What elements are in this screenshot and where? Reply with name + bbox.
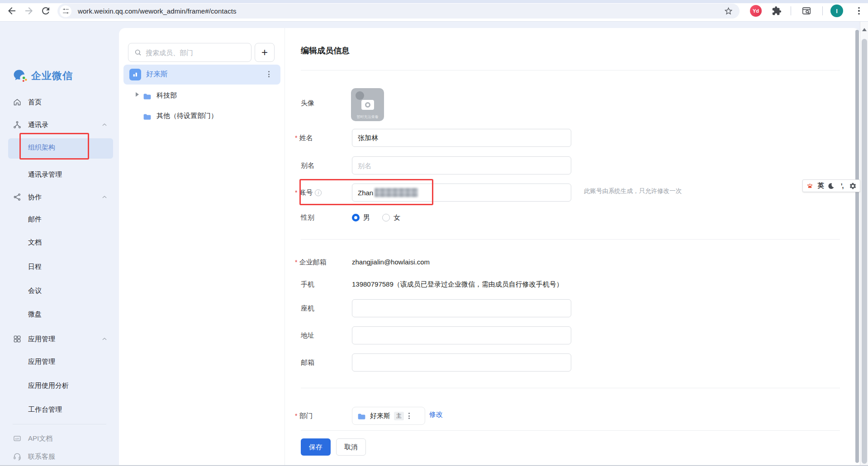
- tree-item-department[interactable]: 科技部: [123, 87, 280, 104]
- ime-settings-gear-icon[interactable]: [848, 181, 857, 190]
- extension-badge-yd[interactable]: Yd: [750, 5, 762, 17]
- cancel-button[interactable]: 取消: [336, 438, 366, 456]
- add-member-button[interactable]: +: [255, 43, 275, 62]
- mobile-label: 手机: [301, 279, 314, 290]
- department-chip[interactable]: 好来斯 主: [352, 407, 425, 425]
- company-icon: [129, 69, 141, 80]
- chevron-up-icon[interactable]: [100, 193, 109, 201]
- search-tabs-icon[interactable]: [802, 6, 811, 16]
- org-chart-icon: [13, 120, 22, 129]
- app-window: work.weixin.qq.com/wework_admin/frame#/c…: [0, 0, 868, 466]
- browser-toolbar: work.weixin.qq.com/wework_admin/frame#/c…: [0, 0, 868, 22]
- ime-language-toggle[interactable]: 英: [816, 181, 825, 190]
- divider: [301, 239, 840, 240]
- caret-right-icon[interactable]: [136, 92, 139, 97]
- ime-punctuation-toggle[interactable]: ’,: [838, 181, 847, 190]
- sidebar-item-mail[interactable]: 邮件: [0, 213, 119, 225]
- avatar-label: 头像: [301, 98, 314, 108]
- personal-email-input[interactable]: [352, 353, 571, 372]
- tree-item-company-root[interactable]: 好来斯: [123, 65, 280, 85]
- sidebar-item-schedule[interactable]: 日程: [0, 261, 119, 273]
- scrollbar-up-arrow[interactable]: [862, 28, 867, 31]
- browser-forward-button[interactable]: [24, 5, 34, 16]
- tree-item-others[interactable]: 其他（待设置部门）: [123, 108, 280, 124]
- department-label: *部门: [295, 410, 313, 421]
- sidebar-item-contacts[interactable]: 通讯录: [0, 119, 119, 131]
- primary-department-badge: 主: [394, 412, 404, 420]
- address-input[interactable]: [352, 326, 571, 344]
- gender-female-radio[interactable]: [382, 214, 390, 221]
- sidebar-item-meeting[interactable]: 会议: [0, 285, 119, 297]
- folder-icon: [142, 91, 152, 99]
- chevron-up-icon[interactable]: [100, 335, 109, 343]
- tree-item-menu-icon[interactable]: [268, 71, 270, 77]
- gender-female-label: 女: [394, 212, 400, 223]
- page-title: 编辑成员信息: [301, 45, 350, 56]
- sidebar-item-app-management-section[interactable]: 应用管理: [0, 333, 119, 345]
- required-asterisk: *: [295, 189, 297, 196]
- site-info-icon[interactable]: [60, 5, 71, 17]
- sidebar-item-app-usage-analytics[interactable]: 应用使用分析: [0, 380, 119, 391]
- account-hint: 此账号由系统生成，只允许修改一次: [584, 187, 682, 195]
- browser-back-button[interactable]: [6, 5, 17, 16]
- search-input[interactable]: [146, 49, 245, 56]
- ime-moon-icon[interactable]: [827, 181, 836, 190]
- extensions-puzzle-icon[interactable]: [772, 6, 782, 16]
- required-asterisk: *: [295, 134, 297, 141]
- alias-label: 别名: [301, 160, 314, 171]
- bookmark-star-icon[interactable]: [724, 6, 733, 16]
- window-scrollbar-thumb[interactable]: [862, 39, 867, 464]
- app-logo-text: 企业微信: [31, 69, 73, 83]
- divider: [301, 70, 840, 71]
- sidebar: 企业微信 首页 通讯录 组织架构 通讯录管理 协作 邮件 文档: [0, 22, 119, 466]
- grid-icon: [13, 334, 22, 344]
- member-search-box[interactable]: [128, 43, 251, 62]
- avatar-placeholder-circle: [356, 91, 364, 100]
- account-input[interactable]: Zhan: [352, 184, 571, 202]
- sidebar-item-contact-support[interactable]: 联系客服: [0, 451, 119, 462]
- divider: [301, 430, 840, 431]
- contacts-panel: + 好来斯 科技部 其他（待设置部门）: [119, 28, 285, 466]
- page-scrollbar-thumb[interactable]: [855, 30, 859, 463]
- modify-department-link[interactable]: 修改: [429, 410, 443, 419]
- sidebar-item-workbench-management[interactable]: 工作台管理: [0, 404, 119, 415]
- browser-reload-button[interactable]: [40, 5, 51, 16]
- info-icon[interactable]: i: [315, 189, 322, 196]
- personal-email-label: 邮箱: [301, 357, 314, 368]
- gender-male-radio[interactable]: [352, 214, 360, 221]
- tree-item-label: 好来斯: [146, 70, 168, 79]
- avatar-uploader[interactable]: 暂时无法查看: [351, 88, 384, 121]
- save-button[interactable]: 保存: [301, 438, 331, 456]
- browser-menu-icon[interactable]: [855, 5, 863, 16]
- alias-input[interactable]: [352, 156, 571, 174]
- department-name: 好来斯: [370, 412, 390, 420]
- chevron-up-icon[interactable]: [100, 121, 109, 129]
- folder-icon: [142, 111, 152, 120]
- sidebar-item-app-management[interactable]: 应用管理: [0, 356, 119, 367]
- address-bar[interactable]: work.weixin.qq.com/wework_admin/frame#/c…: [57, 4, 740, 19]
- sidebar-item-home[interactable]: 首页: [0, 96, 119, 108]
- corp-email-label: *企业邮箱: [295, 257, 326, 268]
- required-asterisk: *: [295, 259, 297, 266]
- sidebar-item-org-structure[interactable]: 组织架构: [0, 141, 119, 153]
- baidu-ime-paw-icon[interactable]: [806, 181, 815, 190]
- name-input[interactable]: [352, 129, 571, 147]
- toolbar-divider: [791, 6, 791, 15]
- content-card: + 好来斯 科技部 其他（待设置部门）: [119, 28, 860, 466]
- sidebar-item-docs[interactable]: 文档: [0, 236, 119, 248]
- sidebar-item-collaboration[interactable]: 协作: [0, 191, 119, 203]
- sidebar-item-api-docs[interactable]: API API文档: [0, 433, 119, 444]
- sidebar-item-drive[interactable]: 微盘: [0, 308, 119, 320]
- url-text: work.weixin.qq.com/wework_admin/frame#/c…: [78, 7, 237, 15]
- browser-profile-avatar[interactable]: I: [830, 5, 843, 17]
- window-scrollbar[interactable]: [860, 22, 868, 466]
- landline-input[interactable]: [352, 299, 571, 317]
- gender-label: 性别: [301, 212, 314, 223]
- department-menu-icon[interactable]: [408, 413, 410, 419]
- search-icon: [134, 48, 142, 56]
- tree-item-label: 科技部: [157, 87, 177, 104]
- landline-label: 座机: [301, 303, 314, 314]
- edit-member-form: 编辑成员信息 头像 暂时无法查看 *姓名 别名 *账号i Zhan 此账号由系统…: [285, 28, 860, 466]
- required-asterisk: *: [295, 412, 297, 419]
- sidebar-item-contacts-admin[interactable]: 通讯录管理: [0, 169, 119, 180]
